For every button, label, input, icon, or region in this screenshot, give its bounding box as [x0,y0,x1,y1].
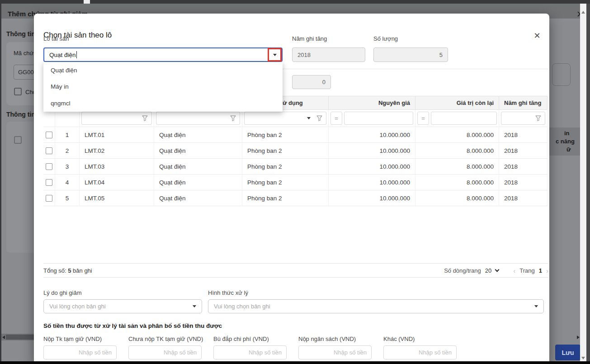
quantity-label: Số lượng [373,35,398,42]
cell-r5-c5: Phòng ban 2 [242,190,329,206]
cell-r1-c4: Quạt điện [154,127,242,142]
total-records-text: Tổng số: 5 bản ghi [43,267,92,274]
cell-r5-c2: 5 [55,190,80,206]
select-assets-by-lot-modal: Chọn tài sản theo lô ✕ Lô tài sản Quạt đ… [34,14,549,364]
cell-r2-c3: LMT.02 [80,143,154,158]
cell-r5-c4: Quạt điện [154,190,242,206]
filter-cell-1 [43,110,55,127]
filter-select-5[interactable] [244,112,326,125]
row-checkbox[interactable] [46,179,52,186]
money-placeholder-2: Nhập số tiền [164,349,197,356]
filter-input-4[interactable] [156,112,240,125]
reason-placeholder: Vui lòng chọn bản ghi [49,303,106,310]
bg-table-checkbox[interactable] [14,136,22,144]
table-row[interactable]: 1LMT.01Quạt điệnPhòng ban 210.000.0008.0… [43,127,548,143]
bg-section-title-1: Thông tin [6,30,35,38]
bg-horizontal-scrollbar[interactable] [1,334,34,340]
cell-r3-c6: 10.000.000 [329,159,415,174]
cell-r1-c1 [43,127,55,142]
window-right-edge [586,4,590,364]
filter-number-input-7[interactable] [431,112,497,125]
lot-dropdown-option-2[interactable]: Máy in [43,79,283,95]
filter-cell-3 [80,110,154,127]
filter-icon[interactable] [142,115,148,122]
cell-r3-c3: LMT.03 [80,159,154,174]
table-row[interactable]: 2LMT.02Quạt điệnPhòng ban 210.000.0008.0… [43,143,548,159]
lot-dropdown-option-1[interactable]: Quạt điện [43,62,283,79]
browser-vertical-scrollbar[interactable] [580,4,586,361]
year-value: 2018 [297,52,311,58]
filter-icon[interactable] [535,115,542,122]
money-placeholder-4: Nhập số tiền [334,349,367,356]
prev-page-icon[interactable]: ‹ [513,267,515,274]
cell-r3-c5: Phòng ban 2 [242,159,329,174]
save-button-label: Lưu [562,349,574,356]
cell-r5-c1 [43,190,55,206]
filter-icon[interactable] [316,115,323,122]
bg-checkbox[interactable] [14,88,22,95]
asset-table-filter-row: == [43,110,548,127]
save-button[interactable]: Lưu [555,345,581,360]
scroll-down-icon[interactable] [581,357,585,359]
filter-number-input-6[interactable] [344,112,413,125]
table-row[interactable]: 3LMT.03Quạt điệnPhòng ban 210.000.0008.0… [43,159,548,175]
bg-header-fragment-2: c năng [556,138,575,145]
chevron-down-icon[interactable] [307,117,311,119]
cell-r1-c6: 10.000.000 [329,127,415,142]
cell-r4-c8: 2018 [499,175,548,190]
cell-r1-c8: 2018 [499,127,548,142]
asset-table-body: 1LMT.01Quạt điệnPhòng ban 210.000.0008.0… [43,127,548,206]
money-input-5[interactable]: Nhập số tiền [383,345,457,359]
cell-r2-c6: 10.000.000 [329,143,415,158]
filter-equals-badge-7[interactable]: = [417,112,429,125]
rows-per-page-value[interactable]: 20 [485,267,491,274]
filter-input-3[interactable] [81,112,152,125]
method-label: Hình thức xử lý [208,289,248,296]
money-label-4: Nộp ngân sách (VND) [298,336,356,342]
cell-r5-c3: LMT.05 [80,190,154,206]
bg-hscroll-right-icon[interactable] [577,336,580,339]
filter-input-8[interactable] [501,112,545,125]
money-label-3: Bù đắp chi phí (VND) [213,336,269,342]
page-label: Trang [519,267,534,274]
money-input-4[interactable]: Nhập số tiền [298,345,372,359]
rows-per-page-label: Số dòng/trang [444,267,481,274]
row-checkbox[interactable] [46,195,52,202]
money-input-2[interactable]: Nhập số tiền [128,345,202,359]
filter-icon[interactable] [230,115,236,122]
row-checkbox[interactable] [46,132,52,138]
row-checkbox[interactable] [46,147,52,154]
bg-hscroll-left-icon[interactable] [2,336,5,339]
money-label-1: Nộp Tk tạm giữ (VND) [43,336,102,342]
modal-close-icon[interactable]: ✕ [531,30,543,42]
column-header-7: Giá trị còn lại [415,96,499,109]
money-input-1[interactable]: Nhập số tiền [43,345,117,359]
quantity-value: 5 [439,52,443,58]
bg-hscroll-thumb[interactable] [6,335,34,340]
row-checkbox[interactable] [46,163,52,170]
filter-cell-4 [154,110,242,127]
cell-r2-c1 [43,143,55,158]
lot-dropdown-option-3[interactable]: qngmcl [43,95,283,112]
page-number[interactable]: 1 [539,267,542,274]
reason-select[interactable]: Vui lòng chọn bản ghi [43,299,202,313]
rows-per-page-chevron-icon[interactable] [495,267,500,272]
table-row[interactable]: 5LMT.05Quạt điệnPhòng ban 210.000.0008.0… [43,190,548,206]
column-header-8: Năm ghi tăng [499,96,548,109]
cell-r4-c6: 10.000.000 [329,175,415,190]
table-row[interactable]: 4LMT.04Quạt điệnPhòng ban 210.000.0008.0… [43,175,548,190]
money-label-2: Chưa nộp TK tạm giữ (VND) [128,336,203,342]
lot-value: Quạt điện [49,52,76,58]
cell-r4-c1 [43,175,55,190]
filter-cell-2 [55,110,80,127]
money-input-3[interactable]: Nhập số tiền [213,345,287,359]
method-select[interactable]: Vui lòng chọn bản ghi [208,299,544,313]
lot-dropdown-arrow-highlight[interactable] [268,48,282,61]
scroll-up-icon[interactable] [581,11,585,14]
cell-r5-c6: 10.000.000 [329,190,415,206]
cell-r2-c2: 2 [55,143,80,158]
filter-equals-badge-6[interactable]: = [330,112,342,125]
lot-combobox-input[interactable]: Quạt điện [43,47,283,62]
cell-r1-c3: LMT.01 [80,127,154,142]
next-page-icon[interactable]: › [546,267,548,274]
